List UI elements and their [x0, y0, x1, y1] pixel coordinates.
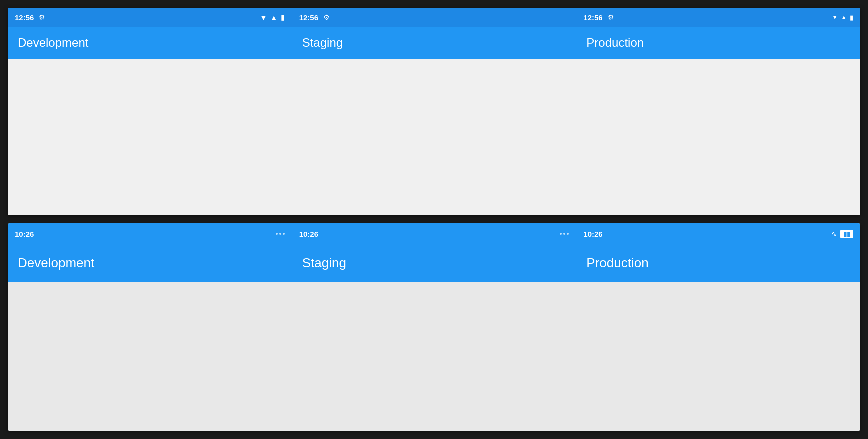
battery-icon-6: ▮▮	[840, 230, 853, 238]
wifi-icon-3: ▼	[832, 14, 838, 21]
row-2: 10:26 Development 10:26	[8, 224, 860, 431]
status-time-5: 10:26	[299, 230, 318, 238]
signal-icon-1: ▲	[270, 14, 278, 22]
screen-production-2: 10:26 ∿ ▮▮ Production	[576, 224, 860, 431]
status-bar-3: 12:56 ⚙ ▼ ▲ ▮	[576, 8, 860, 27]
app-bar-2: Staging	[292, 27, 576, 59]
status-time-3: 12:56	[583, 14, 602, 22]
status-bar-right-1: ▼ ▲ ▮	[260, 13, 285, 22]
content-area-4	[8, 282, 292, 431]
status-dots-5	[560, 233, 569, 235]
screen-production-1: 12:56 ⚙ ▼ ▲ ▮ Production	[576, 8, 860, 216]
app-title-1: Development	[18, 36, 88, 50]
status-bar-right-4	[276, 233, 285, 235]
status-time-1: 12:56	[15, 14, 34, 22]
app-title-5: Staging	[302, 256, 346, 271]
wifi-icon-6: ∿	[831, 230, 837, 238]
status-bar-6: 10:26 ∿ ▮▮	[576, 224, 860, 244]
app-title-2: Staging	[302, 36, 343, 50]
status-bar-right-5	[560, 233, 569, 235]
dot-5	[563, 233, 565, 235]
status-bar-right-6: ∿ ▮▮	[831, 230, 853, 238]
status-dots-4	[276, 233, 285, 235]
status-bar-left-3: 12:56 ⚙	[583, 14, 614, 22]
screen-development-1: 12:56 ⚙ ▼ ▲ ▮ Development	[8, 8, 292, 216]
gear-icon-1: ⚙	[39, 14, 45, 22]
gear-icon-3: ⚙	[608, 14, 614, 22]
content-area-2	[292, 59, 576, 216]
app-bar-6: Production	[576, 244, 860, 282]
status-bar-left-1: 12:56 ⚙	[15, 14, 45, 22]
status-time-2: 12:56	[299, 14, 318, 22]
status-bar-5: 10:26	[292, 224, 576, 244]
content-area-1	[8, 59, 292, 216]
dot-6	[567, 233, 569, 235]
dot-2	[279, 233, 281, 235]
dot-4	[560, 233, 562, 235]
app-bar-5: Staging	[292, 244, 576, 282]
content-area-5	[292, 282, 576, 431]
status-bar-right-3: ▼ ▲ ▮	[832, 14, 853, 22]
app-title-6: Production	[586, 256, 648, 271]
signal-bars-3: ▲	[841, 14, 847, 21]
app-bar-3: Production	[576, 27, 860, 59]
screen-development-2: 10:26 Development	[8, 224, 292, 431]
app-bar-4: Development	[8, 244, 292, 282]
battery-icon-3: ▮	[850, 14, 853, 22]
app-title-4: Development	[18, 256, 94, 271]
content-area-3	[576, 59, 860, 216]
status-bar-4: 10:26	[8, 224, 292, 244]
battery-icon-1: ▮	[281, 13, 285, 22]
dot-3	[283, 233, 285, 235]
screen-staging-1: 12:56 ⚙ Staging	[292, 8, 577, 216]
status-bar-left-4: 10:26	[15, 230, 34, 238]
status-bar-2: 12:56 ⚙	[292, 8, 576, 27]
app-bar-1: Development	[8, 27, 292, 59]
content-area-6	[576, 282, 860, 431]
status-time-6: 10:26	[583, 230, 602, 238]
wifi-icon-1: ▼	[260, 14, 267, 22]
status-bar-1: 12:56 ⚙ ▼ ▲ ▮	[8, 8, 292, 27]
status-time-4: 10:26	[15, 230, 34, 238]
dot-1	[276, 233, 278, 235]
status-bar-left-6: 10:26	[583, 230, 602, 238]
gear-icon-2: ⚙	[323, 14, 330, 22]
app-title-3: Production	[586, 36, 644, 50]
screen-staging-2: 10:26 Staging	[292, 224, 577, 431]
status-bar-left-5: 10:26	[299, 230, 318, 238]
status-bar-left-2: 12:56 ⚙	[299, 14, 330, 22]
row-1: 12:56 ⚙ ▼ ▲ ▮ Development 12:56 ⚙ Stagin…	[8, 8, 860, 216]
